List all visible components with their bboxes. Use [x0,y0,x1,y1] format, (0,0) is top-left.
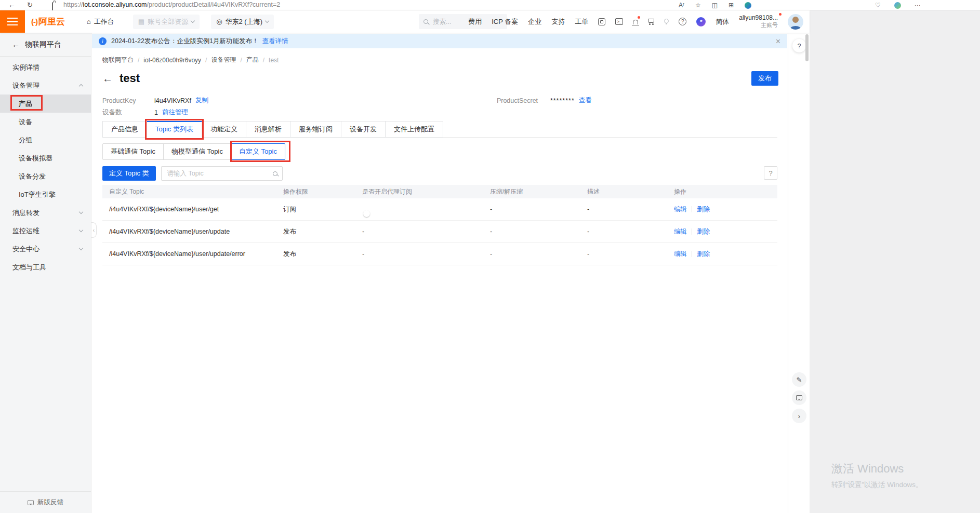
navbar-link-3[interactable]: 支持 [551,17,565,26]
sidebar-item-iot-twin-engine[interactable]: IoT孪生引擎 [0,185,91,204]
tab-device-development[interactable]: 设备开发 [341,121,386,138]
account-scope-selector[interactable]: ▤ 账号全部资源 [133,15,200,29]
help-float-button[interactable]: ? [792,39,806,52]
settings-menu-icon[interactable]: ··· [915,2,921,9]
api-tools-icon[interactable] [598,18,605,25]
sidebar-item-message-forwarding[interactable]: 消息转发 [0,204,91,222]
edit-link[interactable]: 编辑 [674,205,687,214]
tab-product-info[interactable]: 产品信息 [102,121,147,138]
breadcrumb-item-2[interactable]: 设备管理 [211,56,236,64]
notification-bell-icon[interactable] [633,19,638,24]
user-account[interactable]: aliyun98108... 主账号 [739,14,778,29]
read-aloud-icon[interactable]: Aʳ [679,2,684,9]
favorite-star-icon[interactable]: ☆ [695,2,701,9]
navbar-link-2[interactable]: 企业 [528,17,541,26]
cloudshell-terminal-icon[interactable]: >_ [615,18,623,25]
region-selector[interactable]: ◎ 华东2 (上海) [211,15,274,29]
topic-search[interactable] [161,166,283,181]
split-screen-icon[interactable]: ◫ [712,2,718,9]
page-back-arrow-icon[interactable]: ← [102,73,113,85]
sidebar-item-device-distribution[interactable]: 设备分发 [0,167,91,185]
collections-icon[interactable]: ⊞ [729,2,734,9]
edit-link[interactable]: 编辑 [674,227,687,236]
copy-link[interactable]: 复制 [195,96,208,105]
hamburger-menu-icon[interactable] [0,10,25,33]
tab-topic-list[interactable]: Topic 类列表 [147,121,202,138]
device-count-label: 设备数 [102,108,154,117]
delete-link[interactable]: 删除 [697,250,710,259]
delete-link[interactable]: 删除 [697,227,710,236]
sidebar-title: 物联网平台 [25,40,61,49]
sidebar-item-device-management[interactable]: 设备管理 [0,76,91,95]
browser-refresh-icon[interactable]: ↻ [27,0,33,10]
tab-message-parsing[interactable]: 消息解析 [246,121,290,138]
breadcrumb-item-3[interactable]: 产品 [246,56,259,64]
expand-arrow-icon[interactable]: › [792,409,806,423]
tab-file-upload-config[interactable]: 文件上传配置 [386,121,443,138]
tab-function-definition[interactable]: 功能定义 [202,121,246,138]
define-topic-button[interactable]: 定义 Topic 类 [102,166,156,181]
breadcrumb-item-1[interactable]: iot-06z00c0h9r6voyy [143,57,201,64]
browser-corner-icons: ♡ ··· [875,0,921,10]
avatar[interactable] [788,14,803,30]
pencil-icon[interactable]: ✎ [792,372,806,387]
aliyun-logo[interactable]: (-) 阿里云 [31,16,65,28]
sidebar-item-instance-details[interactable]: 实例详情 [0,58,91,76]
console-navbar: (-) 阿里云 ⌂ 工作台 ▤ 账号全部资源 ◎ 华东2 (上海) 费用I [0,10,810,33]
aliyun-logo-mark: (-) [31,17,37,26]
browser-chrome: ← ↻ https://iot.console.aliyun.com/produ… [0,0,980,10]
sidebar-feedback-button[interactable]: 新版反馈 [0,491,91,513]
column-header-0: 自定义 Topic [102,187,283,196]
tab-server-subscription[interactable]: 服务端订阅 [290,121,341,138]
lock-icon[interactable] [52,3,57,8]
language-selector[interactable]: 简体 [716,17,729,26]
delete-link[interactable]: 删除 [697,205,710,214]
topic-search-input[interactable] [166,169,273,178]
sidebar-item-docs-tools[interactable]: 文档与工具 [0,258,91,276]
topic-cell: /i4u4VIKvRXf/${deviceName}/user/update/e… [102,250,283,258]
actions-cell: 编辑删除 [674,250,777,259]
chat-feedback-icon[interactable] [792,390,806,405]
tab-label: 设备开发 [350,125,377,133]
sidebar-item-product[interactable]: 产品 [0,95,91,113]
chevron-down-icon [265,19,269,23]
extension-icon[interactable] [745,2,751,9]
search-icon [423,19,428,24]
shield-extension-icon[interactable] [894,2,901,9]
view-secret-link[interactable]: 查看 [579,96,592,105]
aliyun-logo-text: 阿里云 [38,16,65,28]
help-question-icon[interactable]: ? [679,18,686,25]
subtab-custom-topic[interactable]: 自定义 Topic [231,143,285,160]
tab-label: 消息解析 [255,125,282,133]
sidebar-item-device[interactable]: 设备 [0,113,91,131]
chevron-down-icon [79,246,83,250]
sidebar-item-security-center[interactable]: 安全中心 [0,240,91,258]
tab-label: 功能定义 [210,125,237,133]
sidebar-item-monitoring-ops[interactable]: 监控运维 [0,222,91,240]
breadcrumb-item-0[interactable]: 物联网平台 [102,56,134,64]
navbar-link-4[interactable]: 工单 [575,17,588,26]
manage-devices-link[interactable]: 前往管理 [162,108,188,117]
workbench-link[interactable]: ⌂ 工作台 [87,17,114,26]
sidebar-collapse-handle[interactable]: ‹ [91,222,97,238]
browser-essentials-icon[interactable]: ♡ [875,2,881,9]
scrollbar-thumb[interactable] [805,34,809,61]
cart-icon[interactable] [648,20,654,23]
banner-detail-link[interactable]: 查看详情 [262,37,288,46]
banner-close-icon[interactable]: × [776,37,780,46]
subtab-label: 基础通信 Topic [111,147,155,155]
publish-button[interactable]: 发布 [751,71,778,86]
table-help-button[interactable]: ? [764,166,777,180]
browser-back-icon[interactable]: ← [8,0,16,10]
navbar-link-0[interactable]: 费用 [468,17,482,26]
lightbulb-icon[interactable] [664,20,669,23]
assistant-icon[interactable]: * [696,17,706,26]
navbar-link-1[interactable]: ICP 备案 [492,17,518,26]
sidebar-item-group[interactable]: 分组 [0,131,91,149]
sidebar-item-device-simulator[interactable]: 设备模拟器 [0,149,91,167]
sidebar-header[interactable]: ← 物联网平台 [0,33,91,57]
url-bar[interactable]: https://iot.console.aliyun.com/product/p… [63,0,280,10]
subtab-basic-topic[interactable]: 基础通信 Topic [102,143,164,160]
subtab-model-topic[interactable]: 物模型通信 Topic [163,143,231,160]
edit-link[interactable]: 编辑 [674,250,687,259]
